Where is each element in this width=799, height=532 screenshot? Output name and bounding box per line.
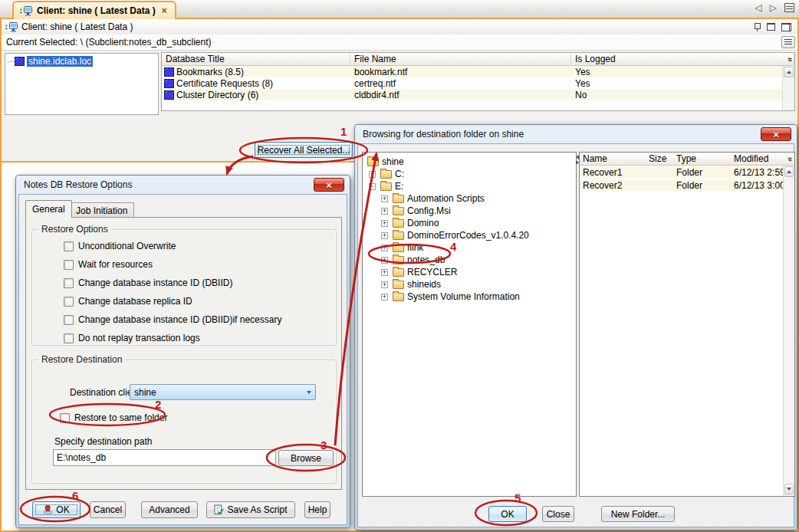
list-item-recover1[interactable]: Recover1 Folder 6/12/13 2:59 PM — [580, 166, 782, 178]
list-item-recover2[interactable]: Recover2 Folder 6/12/13 3:00 PM — [580, 179, 782, 191]
expand-icon[interactable]: + — [381, 257, 388, 264]
scroll-up-icon[interactable] — [784, 67, 794, 77]
view-options-button[interactable] — [781, 36, 795, 48]
pin-icon[interactable] — [754, 22, 761, 31]
folder-icon — [393, 268, 404, 277]
checkbox[interactable] — [64, 333, 74, 343]
tree-item-recycler[interactable]: +RECYCLER — [363, 266, 576, 278]
folder-icon — [393, 281, 404, 289]
close-icon[interactable]: × — [314, 178, 344, 192]
tab-close-icon[interactable]: × — [160, 5, 167, 16]
expand-icon[interactable]: + — [369, 171, 376, 178]
expand-icon[interactable]: + — [381, 245, 388, 251]
col-file-name[interactable]: File Name — [350, 53, 571, 66]
checkbox[interactable] — [64, 260, 74, 270]
tab-general[interactable]: General — [25, 200, 72, 218]
database-table: Database Title File Name Is Logged » Boo… — [161, 52, 795, 111]
client-icon — [5, 22, 18, 32]
expand-icon[interactable]: + — [381, 220, 388, 227]
col-database-title[interactable]: Database Title — [162, 53, 350, 66]
folder-icon — [393, 244, 404, 252]
specify-path-label: Specify destination path — [54, 436, 152, 447]
current-selected-text: Current Selected: \ (Subclient:notes_db_… — [6, 37, 212, 48]
close-button[interactable]: Close — [542, 506, 574, 522]
ok-button[interactable]: OK — [488, 506, 527, 522]
collapse-icon[interactable]: - — [369, 183, 376, 190]
scroll-up-icon[interactable] — [784, 166, 794, 177]
tree-item-e-drive[interactable]: -E: — [363, 180, 576, 192]
destination-client-select[interactable]: shine — [130, 384, 316, 400]
table-row[interactable]: Cluster Directory (6) cldbdir4.ntf No — [162, 89, 794, 100]
expand-icon[interactable]: + — [381, 208, 388, 215]
col-is-logged[interactable]: Is Logged — [571, 53, 794, 66]
browse-button[interactable]: Browse — [278, 450, 334, 466]
column-settings-button[interactable]: » — [782, 153, 794, 166]
save-as-script-button[interactable]: Save As Script — [206, 501, 295, 518]
expand-icon[interactable]: + — [381, 232, 388, 239]
expand-icon[interactable]: + — [381, 294, 388, 300]
checkbox-change-replica-id[interactable]: Change database replica ID — [64, 296, 192, 307]
recover-all-selected-button[interactable]: Recover All Selected... — [255, 142, 353, 158]
table-scrollbar[interactable] — [782, 66, 794, 110]
tree-item-flink[interactable]: +flink — [363, 241, 576, 254]
browse-destination-dialog: Browsing for destination folder on shine… — [354, 124, 797, 530]
checkbox-wait-for-resources[interactable]: Wait for resources — [64, 259, 153, 270]
checkbox[interactable] — [64, 297, 74, 307]
restore-icon[interactable] — [781, 23, 791, 31]
new-folder-button[interactable]: New Folder... — [601, 506, 675, 522]
maximize-icon[interactable] — [767, 23, 775, 31]
notes-db-icon — [164, 90, 174, 100]
table-header: Database Title File Name Is Logged » — [162, 53, 794, 66]
tree-item-shine[interactable]: shine — [363, 156, 576, 168]
checkbox-restore-to-same-folder[interactable]: Restore to same folder — [60, 412, 167, 423]
help-button[interactable]: Help — [304, 501, 330, 518]
tree-item-notes-db[interactable]: +notes_db — [363, 254, 576, 266]
advanced-button[interactable]: Advanced — [141, 501, 198, 518]
expand-icon[interactable]: + — [381, 269, 388, 276]
nav-back-icon[interactable]: ◁ — [755, 2, 762, 13]
tree-item-domino-error-codes[interactable]: +DominoErrorCodes_v1.0.4.20 — [363, 229, 576, 241]
tab-client-shine[interactable]: Client: shine ( Latest Data ) × — [12, 1, 176, 19]
current-selected-bar: Current Selected: \ (Subclient:notes_db_… — [2, 34, 797, 51]
column-settings-button[interactable]: » — [782, 53, 794, 66]
checkbox[interactable] — [60, 413, 70, 423]
expand-icon[interactable]: + — [381, 281, 388, 288]
col-size[interactable]: Size — [646, 153, 673, 166]
tab-list-icon[interactable] — [784, 3, 794, 12]
tree-item-automation-scripts[interactable]: +Automation Scripts — [363, 192, 576, 205]
checkbox-unconditional-overwrite[interactable]: Unconditional Overwrite — [64, 241, 176, 251]
tree-item-client-root[interactable]: shine.idclab.loc — [5, 54, 158, 67]
tree-item-system-volume-information[interactable]: +System Volume Information — [363, 291, 576, 303]
tree-item-domino[interactable]: +Domino — [363, 217, 576, 229]
destination-path-input[interactable] — [53, 449, 276, 466]
tree-root-label[interactable]: shine.idclab.loc — [27, 56, 93, 67]
checkbox-change-dbiid-if-necessary[interactable]: Change database instance ID (DBIID)if ne… — [64, 314, 281, 325]
tree-item-c-drive[interactable]: +C: — [363, 168, 576, 180]
nav-forward-icon[interactable]: ▷ — [770, 2, 777, 13]
dialog-title: Browsing for destination folder on shine — [355, 125, 797, 143]
panel-splitter[interactable] — [576, 155, 578, 165]
ok-button[interactable]: OK — [32, 501, 81, 518]
col-type[interactable]: Type — [673, 153, 731, 166]
checkbox[interactable] — [64, 278, 74, 288]
checkbox[interactable] — [64, 315, 74, 325]
tab-job-initiation[interactable]: Job Initiation — [69, 202, 134, 218]
scroll-down-icon[interactable] — [784, 484, 794, 494]
list-scrollbar[interactable] — [783, 166, 794, 496]
expand-icon[interactable]: + — [381, 195, 388, 202]
table-row[interactable]: Certificate Requests (8) certreq.ntf Yes — [162, 77, 794, 89]
checkbox-do-not-replay-logs[interactable]: Do not replay transaction logs — [64, 333, 200, 343]
tree-item-shineids[interactable]: +shineids — [363, 278, 576, 291]
notes-db-icon — [15, 57, 25, 66]
checkbox-change-dbiid[interactable]: Change database instance ID (DBIID) — [64, 277, 232, 288]
dialog-body: shine +C: -E: +Automation Scripts +Confi… — [357, 143, 794, 527]
chevron-down-icon[interactable] — [303, 385, 315, 399]
col-name[interactable]: Name — [580, 153, 646, 166]
tree-item-config-msi[interactable]: +Config.Msi — [363, 205, 576, 217]
table-row[interactable]: Bookmarks (8.5) bookmark.ntf Yes — [162, 66, 794, 77]
cancel-button[interactable]: Cancel — [90, 501, 126, 518]
close-icon[interactable]: × — [761, 127, 791, 141]
general-tab-panel: Restore Options Unconditional Overwrite … — [25, 217, 342, 490]
notes-db-icon — [164, 67, 174, 77]
checkbox[interactable] — [64, 241, 74, 251]
